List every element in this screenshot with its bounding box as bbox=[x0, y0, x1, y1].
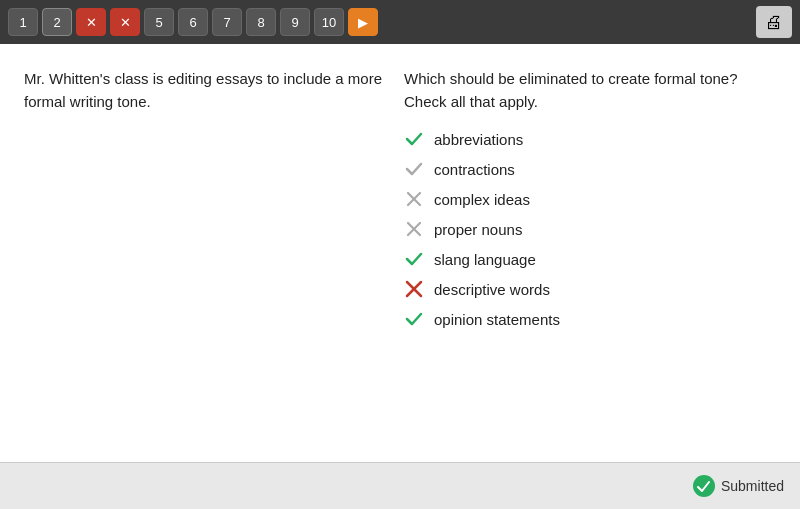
bottom-bar: Submitted bbox=[0, 462, 800, 509]
check-green-icon bbox=[404, 129, 424, 149]
answer-label: proper nouns bbox=[434, 221, 522, 238]
main-content: Mr. Whitten's class is editing essays to… bbox=[0, 44, 800, 462]
right-panel: Which should be eliminated to create for… bbox=[404, 68, 776, 438]
x-red-icon bbox=[404, 279, 424, 299]
nav-btn-1[interactable]: 1 bbox=[8, 8, 38, 36]
check-green-icon bbox=[404, 249, 424, 269]
nav-btn-3[interactable]: ✕ bbox=[76, 8, 106, 36]
list-item: contractions bbox=[404, 159, 776, 179]
list-item: opinion statements bbox=[404, 309, 776, 329]
submitted-badge: Submitted bbox=[693, 475, 784, 497]
nav-btn-4[interactable]: ✕ bbox=[110, 8, 140, 36]
nav-btn-10[interactable]: 10 bbox=[314, 8, 344, 36]
check-green-icon bbox=[404, 309, 424, 329]
answer-label: complex ideas bbox=[434, 191, 530, 208]
question-text: Which should be eliminated to create for… bbox=[404, 68, 776, 113]
submitted-check-icon bbox=[693, 475, 715, 497]
list-item: proper nouns bbox=[404, 219, 776, 239]
printer-button[interactable]: 🖨 bbox=[756, 6, 792, 38]
list-item: complex ideas bbox=[404, 189, 776, 209]
answer-label: descriptive words bbox=[434, 281, 550, 298]
answer-label: opinion statements bbox=[434, 311, 560, 328]
nav-btn-5[interactable]: 5 bbox=[144, 8, 174, 36]
list-item: abbreviations bbox=[404, 129, 776, 149]
answer-label: abbreviations bbox=[434, 131, 523, 148]
answer-label: contractions bbox=[434, 161, 515, 178]
left-panel: Mr. Whitten's class is editing essays to… bbox=[24, 68, 384, 438]
x-gray-icon bbox=[404, 189, 424, 209]
context-text: Mr. Whitten's class is editing essays to… bbox=[24, 68, 384, 113]
nav-btn-2[interactable]: 2 bbox=[42, 8, 72, 36]
printer-icon: 🖨 bbox=[765, 12, 783, 33]
nav-btn-8[interactable]: 8 bbox=[246, 8, 276, 36]
nav-btn-9[interactable]: 9 bbox=[280, 8, 310, 36]
x-gray-icon bbox=[404, 219, 424, 239]
nav-btn-7[interactable]: 7 bbox=[212, 8, 242, 36]
submitted-label: Submitted bbox=[721, 478, 784, 494]
top-navigation-bar: 1 2 ✕ ✕ 5 6 7 8 9 10 ▶ 🖨 bbox=[0, 0, 800, 44]
check-gray-icon bbox=[404, 159, 424, 179]
nav-btn-play[interactable]: ▶ bbox=[348, 8, 378, 36]
nav-btn-6[interactable]: 6 bbox=[178, 8, 208, 36]
answer-label: slang language bbox=[434, 251, 536, 268]
answer-list: abbreviations contractions complex ideas bbox=[404, 129, 776, 329]
list-item: descriptive words bbox=[404, 279, 776, 299]
list-item: slang language bbox=[404, 249, 776, 269]
